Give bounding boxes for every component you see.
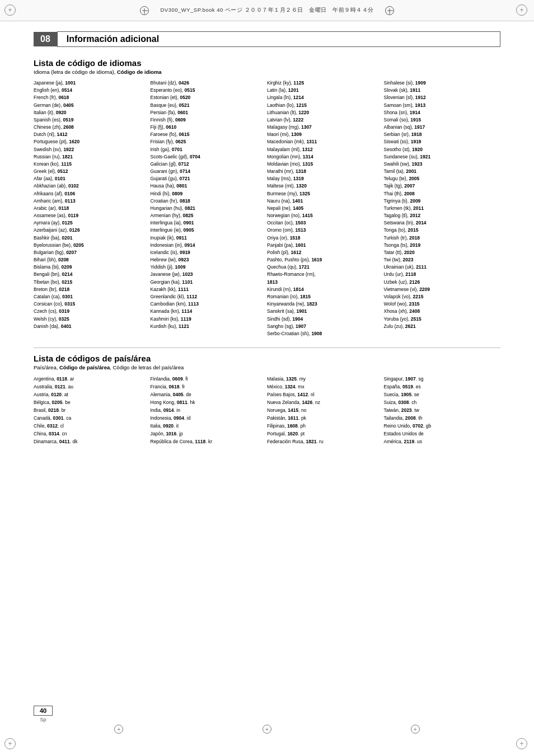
lang-entry: Cambodian (km), 1113: [151, 300, 263, 308]
lang-entry: Slovenian (sl), 1912: [384, 94, 496, 101]
lang-entry: Afrikaans (af), 0106: [34, 190, 146, 198]
lang-entry: Croatian (hr), 0818: [151, 198, 263, 205]
lang-entry: Aymara (ay), 0125: [34, 219, 146, 227]
lang-entry: Pashto, Pushto (ps), 1619: [267, 256, 380, 264]
country-entry: Países Bajos, 1412. nl: [267, 391, 380, 398]
country-entry: Alemania, 0405. de: [151, 391, 263, 398]
lang-table: Japanese (ja), 1001English (en), 0514Fre…: [34, 79, 500, 337]
lang-entry: Sindhi (sd), 1904: [267, 316, 380, 323]
lang-col-1: Japanese (ja), 1001English (en), 0514Fre…: [34, 79, 151, 337]
lang-entry: Abkhazian (ab), 0102: [34, 182, 146, 190]
lang-entry: Estonian (et), 0520: [151, 94, 263, 101]
lang-entry: Sangho (sg), 1907: [267, 323, 380, 330]
corner-mark-br: [516, 738, 527, 749]
lang-entry: Burmese (my), 1325: [267, 190, 380, 198]
lang-entry: Albanian (sq), 1917: [384, 124, 496, 131]
lang-entry: Armenian (hy), 0825: [151, 212, 263, 219]
lang-entry: Assamese (as), 0119: [34, 212, 146, 219]
lang-entry: Kazakh (kk), 1111: [151, 286, 263, 293]
country-col-1: Argentina, 0118. arAustralia, 0121. auAu…: [34, 375, 151, 445]
lang-entry: Inupiak (ik), 0911: [151, 234, 263, 242]
lang-entry: Frisian (fy), 0625: [151, 138, 263, 145]
lang-entry: German (de), 0405: [34, 102, 146, 109]
lang-entry: Hungarian (hu), 0821: [151, 205, 263, 212]
lang-entry: Tajik (tg), 2007: [384, 182, 496, 190]
country-entry: Brasil, 0218. br: [34, 406, 146, 414]
lang-entry: Japanese (ja), 1001: [34, 79, 146, 87]
section-divider: [34, 348, 500, 348]
lang-entry: Moldavian (mo), 1315: [267, 161, 380, 168]
lang-entry: Turkish (tr), 2018: [384, 234, 496, 242]
page-number: 40: [34, 706, 53, 716]
country-entry: Dinamarca, 0411. dk: [34, 438, 146, 445]
lang-entry: Wolof (wo), 2315: [384, 300, 496, 308]
chapter-header: 08 Información adicional: [34, 31, 500, 47]
lang-entry: Serbo-Croatian (sh), 1908: [267, 330, 380, 337]
lang-entry: Romanian (ro), 1815: [267, 293, 380, 300]
lang-entry: Bashkir (ba), 0201: [34, 234, 146, 242]
corner-mark-bl: [4, 738, 16, 749]
page-lang: Sp: [40, 717, 46, 722]
country-entry: Argentina, 0118. ar: [34, 375, 146, 383]
country-table: Argentina, 0118. arAustralia, 0121. auAu…: [34, 375, 500, 445]
lang-entry: Azerbaijani (az), 0126: [34, 227, 146, 234]
lang-entry: Setswana (tn), 2014: [384, 219, 496, 227]
lang-entry: Hausa (ha), 0801: [151, 182, 263, 190]
country-entry: India, 0914. in: [151, 406, 263, 414]
lang-entry: Gujarati (gu), 0721: [151, 175, 263, 182]
corner-tl: [4, 4, 18, 18]
lang-entry: Vietnamese (vi), 2209: [384, 286, 496, 293]
lang-subtitle-plain: Idioma (letra de código de idioma),: [34, 69, 117, 75]
lang-entry: Danish (da), 0401: [34, 323, 146, 330]
lang-entry: Kirghiz (ky), 1125: [267, 79, 380, 87]
lang-entry: Icelandic (is), 0919: [151, 249, 263, 256]
lang-entry: Panjabi (pa), 1601: [267, 242, 380, 249]
lang-entry: Thai (th), 2008: [384, 190, 496, 198]
lang-entry: Turkmen (tk), 2011: [384, 205, 496, 212]
chapter-number: 08: [34, 32, 57, 46]
page-footer: 40 Sp: [34, 706, 53, 722]
country-entry: Indonesia, 0904. id: [151, 414, 263, 422]
lang-entry: Bulgarian (bg), 0207: [34, 249, 146, 256]
lang-entry: Tibetan (bo), 0215: [34, 279, 146, 286]
country-entry: Suecia, 1905. se: [384, 391, 496, 398]
lang-entry: Swahili (sw), 1923: [384, 161, 496, 168]
corner-br: [516, 738, 530, 752]
lang-entry: Portuguese (pt), 1620: [34, 138, 146, 145]
lang-entry: Indonesian (in), 0914: [151, 242, 263, 249]
lang-entry: Kannada (kn), 1114: [151, 308, 263, 315]
country-entry: Francia, 0618. fr: [151, 383, 263, 391]
lang-entry: Swedish (sv), 1922: [34, 146, 146, 153]
lang-entry: Twi (tw), 2023: [384, 256, 496, 264]
country-entry: Japón, 1016. jp: [151, 430, 263, 438]
country-section-title: Lista de códigos de país/área: [34, 354, 500, 363]
lang-entry: Catalan (ca), 0301: [34, 293, 146, 300]
country-entry: Noruega, 1415. no: [267, 406, 380, 414]
country-section: Lista de códigos de país/área País/área,…: [34, 354, 500, 445]
country-entry: Nueva Zelanda, 1426. nz: [267, 398, 380, 406]
page: DV300_WY_SP.book 40 ページ ２００７年１月２６日 金曜日 午…: [0, 0, 534, 756]
lang-entry: Sinhalese (si), 1909: [384, 79, 496, 87]
country-entry: Chile, 0312. cl: [34, 422, 146, 430]
lang-col-3: Kirghiz (ky), 1125Latin (la), 1201Lingal…: [267, 79, 384, 337]
lang-entry: Chinese (zh), 2608: [34, 124, 146, 131]
lang-entry: Interlingue (ie), 0905: [151, 227, 263, 234]
lang-entry: Maori (mi), 1309: [267, 131, 380, 138]
main-content: Lista de código de idiomas Idioma (letra…: [34, 58, 500, 445]
lang-entry: Esperanto (eo), 0515: [151, 87, 263, 94]
lang-entry: Arabic (ar), 0118: [34, 205, 146, 212]
lang-entry: English (en), 0514: [34, 87, 146, 94]
lang-entry: Byelorussian (be), 0205: [34, 242, 146, 249]
country-entry: América, 2119. us: [384, 438, 496, 445]
lang-entry: Ukrainian (uk), 2111: [384, 264, 496, 271]
country-subtitle-plain2: , Código de letras del país/área: [110, 364, 184, 370]
lang-entry: Tagalog (tl), 2012: [384, 212, 496, 219]
corner-mark-tl: [4, 4, 16, 16]
top-right-crosshair: [385, 6, 394, 15]
lang-entry: Polish (pl), 1612: [267, 249, 380, 256]
lang-section-title: Lista de código de idiomas: [34, 58, 500, 68]
country-entry: Bélgica, 0205. be: [34, 398, 146, 406]
lang-entry: Volapük (vo), 2215: [384, 293, 496, 300]
country-entry: Taiwán, 2023. tw: [384, 406, 496, 414]
lang-entry: Hebrew (iw), 0923: [151, 256, 263, 264]
